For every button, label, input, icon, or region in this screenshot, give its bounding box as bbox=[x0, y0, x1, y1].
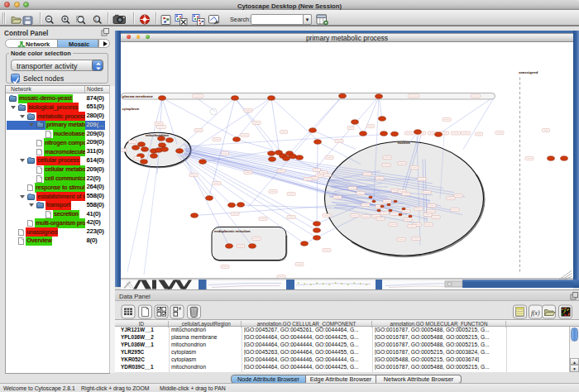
svg-text:1:1: 1:1 bbox=[94, 17, 100, 22]
svg-text:nucleus: nucleus bbox=[398, 140, 411, 144]
svg-text:unassigned: unassigned bbox=[519, 69, 538, 74]
svg-text:cytoplasm: cytoplasm bbox=[122, 107, 140, 111]
svg-text:mitochondrion: mitochondrion bbox=[146, 133, 170, 137]
svg-text:plasma membrane: plasma membrane bbox=[122, 94, 153, 98]
svg-text:endoplasmic reticulum: endoplasmic reticulum bbox=[214, 229, 251, 233]
svg-text:f(x): f(x) bbox=[531, 309, 540, 317]
